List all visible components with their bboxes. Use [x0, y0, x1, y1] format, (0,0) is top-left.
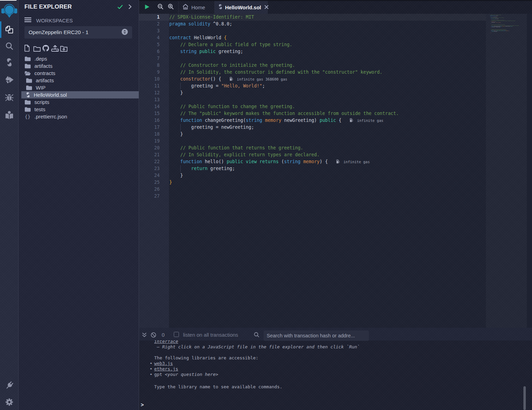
chevron-right-icon[interactable] [128, 4, 132, 11]
activity-solidity-compiler[interactable] [0, 54, 19, 71]
terminal-text: <your question here> [165, 372, 218, 377]
run-script-button[interactable] [142, 1, 152, 14]
remix-logo[interactable] [1, 3, 17, 18]
expand-terminal-icon[interactable] [141, 329, 148, 342]
terminal-line[interactable]: web3.js [154, 361, 360, 366]
clear-console-icon[interactable] [151, 329, 156, 342]
terminal-search-input[interactable] [264, 330, 369, 341]
folder-open-icon [25, 71, 31, 76]
tree-item-label: artifacts [36, 77, 54, 83]
code-line: 4contract HelloWorld { [139, 34, 486, 41]
terminal-prompt[interactable]: > [141, 402, 144, 408]
tree-item--prettierrc-json[interactable]: {}.prettierrc.json [21, 113, 139, 120]
code-token [169, 118, 180, 123]
code-token [169, 63, 180, 68]
tab-bar: Home HelloWorld.sol [139, 0, 532, 14]
code-line: 16 function changeGreeting(string memory… [139, 117, 486, 124]
line-number: 11 [139, 83, 160, 90]
terminal-line[interactable]: ethers.js [154, 366, 360, 372]
code-line: 17 greeting = newGreeting; [139, 124, 486, 131]
workspace-dropdown[interactable]: OpenZeppelin ERC20 - 1 [24, 26, 132, 39]
tab-home[interactable]: Home [178, 1, 215, 14]
zoom-out-button[interactable] [155, 1, 166, 14]
tree-item-wip[interactable]: WIP [21, 84, 139, 91]
minimap[interactable]: 1// SPDX-License-Identifier: MIT2pragma … [486, 14, 527, 328]
search-icon [5, 42, 14, 51]
tree-item-helloworld-sol[interactable]: HelloWorld.sol [21, 91, 139, 98]
tree-item-tests[interactable]: tests [21, 106, 139, 113]
code-line: 12 } [139, 90, 486, 96]
new-file-icon[interactable] [24, 44, 33, 52]
code-line: 25} [139, 179, 486, 186]
minimap-content: 1// SPDX-License-Identifier: MIT2pragma … [490, 14, 527, 35]
workspace-select-icon [121, 29, 128, 36]
line-number: 23 [139, 165, 160, 172]
upload-file-icon[interactable] [51, 44, 60, 52]
terminal-text: – Right click on a JavaScript file in th… [154, 344, 360, 349]
tree-item-label: artifacts [34, 63, 53, 69]
new-folder-icon[interactable] [33, 44, 42, 52]
activity-deploy-run[interactable] [0, 72, 19, 88]
braces-icon: {} [25, 114, 31, 119]
github-icon[interactable] [42, 44, 51, 52]
upload-folder-icon[interactable] [60, 44, 69, 52]
code-token [169, 76, 180, 82]
code-token: string [180, 49, 197, 54]
code-token: public [227, 159, 243, 164]
tab-helloworld[interactable]: HelloWorld.sol [215, 1, 268, 14]
file-explorer-panel: FILE EXPLORER WORKSPACES OpenZeppelin ER… [19, 0, 139, 410]
tree-item-artifacts[interactable]: artifacts [21, 77, 139, 84]
line-number: 24 [139, 172, 160, 179]
terminal-lines: interface – Right click on a JavaScript … [154, 340, 360, 390]
terminal-scrollbar[interactable] [523, 386, 526, 410]
learneth-icon [5, 111, 14, 119]
activity-file-explorer[interactable] [0, 21, 19, 38]
tree-item-label: contracts [34, 70, 55, 76]
activity-learneth[interactable] [0, 107, 19, 123]
solidity-file-icon [219, 4, 222, 11]
activity-settings[interactable] [0, 394, 19, 410]
tab-label: HelloWorld.sol [225, 4, 261, 10]
folder-icon [26, 85, 32, 91]
gas-estimate[interactable]: infinite gas [350, 117, 383, 124]
code-line: 24 } [139, 172, 486, 179]
tree-item-label: scripts [34, 99, 49, 105]
hamburger-icon [24, 18, 31, 23]
zoom-in-button[interactable] [166, 1, 176, 14]
code-line: 13 [139, 96, 486, 103]
terminal-output[interactable]: interface – Right click on a JavaScript … [139, 340, 532, 410]
activity-search[interactable] [0, 38, 19, 54]
code-line: 7 [139, 55, 486, 62]
sidebar-header: FILE EXPLORER [24, 3, 135, 12]
transaction-count: 0 [162, 332, 164, 338]
code-token: greeting; [208, 166, 235, 171]
activity-plugin-manager[interactable] [0, 377, 19, 394]
code-editor[interactable]: 1// SPDX-License-Identifier: MIT2pragma … [139, 14, 532, 328]
line-number: 22 [139, 158, 160, 165]
tree-item--deps[interactable]: .deps [21, 55, 139, 62]
activity-debugger[interactable] [0, 89, 19, 106]
code-line: 10 constructor() { infinite gas 368600 g… [139, 76, 486, 83]
listen-transactions-label: listen on all transactions [183, 332, 238, 338]
code-token: () { [210, 76, 221, 82]
listen-transactions-checkbox[interactable] [174, 332, 179, 337]
code-token: ( [279, 159, 284, 164]
code-content[interactable]: 1// SPDX-License-Identifier: MIT2pragma … [139, 14, 486, 328]
code-line: 23 return greeting; [139, 165, 486, 172]
code-line: 20 // Public function that returns the g… [139, 145, 486, 151]
close-icon[interactable] [264, 4, 269, 11]
line-number: 5 [139, 41, 160, 48]
code-token [169, 111, 180, 116]
line-number: 19 [139, 138, 160, 145]
code-line: 1// SPDX-License-Identifier: MIT [139, 14, 486, 21]
tree-item-scripts[interactable]: scripts [21, 98, 139, 106]
tree-item-contracts[interactable]: contracts [21, 70, 139, 77]
gas-pump-icon [336, 160, 341, 164]
tree-item-artifacts[interactable]: artifacts [21, 62, 139, 70]
hamburger-menu-icon[interactable] [24, 17, 31, 24]
line-number: 1 [139, 14, 160, 21]
check-icon [117, 4, 123, 11]
gas-estimate[interactable]: infinite gas 368600 gas [230, 76, 287, 83]
code-line: 6 string public greeting; [139, 48, 486, 55]
gas-estimate[interactable]: infinite gas [336, 158, 370, 165]
